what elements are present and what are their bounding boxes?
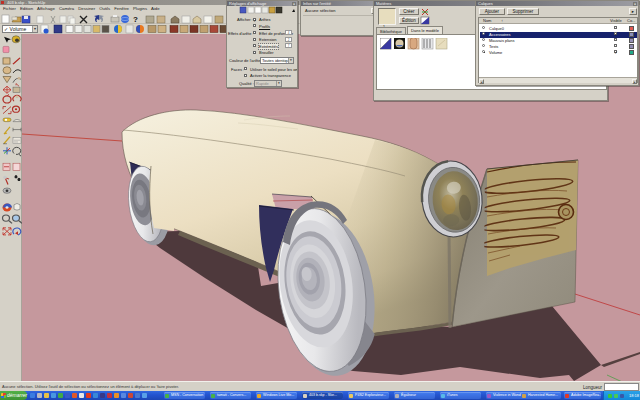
svg-text:?: ? [133,15,138,24]
